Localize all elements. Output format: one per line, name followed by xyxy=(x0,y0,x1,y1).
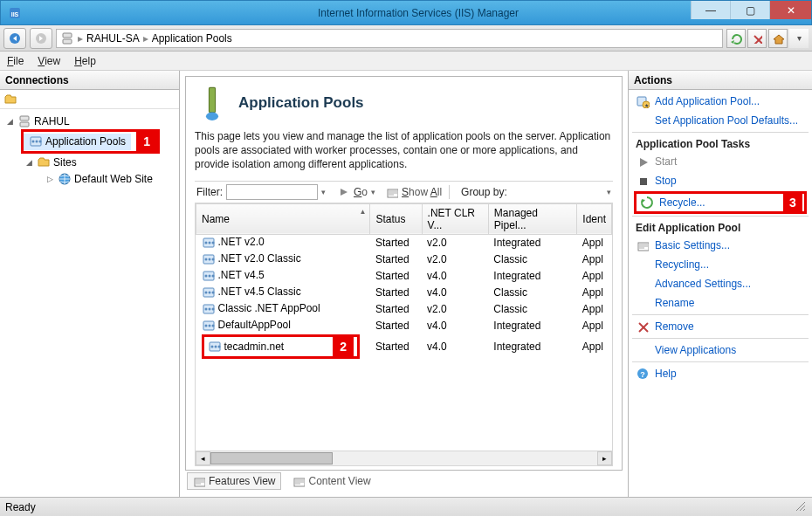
stop-nav-icon[interactable] xyxy=(747,29,767,48)
tree-server-node[interactable]: ◢ RAHUL xyxy=(2,113,177,129)
col-name[interactable]: Name▲ xyxy=(196,203,370,234)
breadcrumb-server[interactable]: RAHUL-SA xyxy=(86,32,140,45)
refresh-all-icon[interactable] xyxy=(726,29,746,48)
apppool-large-icon xyxy=(195,86,230,120)
menu-help[interactable]: Help xyxy=(74,55,96,67)
scroll-left-icon[interactable]: ◂ xyxy=(196,451,210,465)
menu-file[interactable]: File xyxy=(7,55,24,67)
row-clr: v2.0 xyxy=(422,234,488,251)
filter-label: Filter: xyxy=(196,186,223,198)
action-rename[interactable]: Rename xyxy=(632,293,809,313)
row-clr: v4.0 xyxy=(422,267,488,284)
go-link[interactable]: Go xyxy=(354,186,368,198)
action-view-applications[interactable]: View Applications xyxy=(632,341,809,360)
close-button[interactable]: ✕ xyxy=(769,1,811,19)
annotation-number-1: 1 xyxy=(136,132,157,151)
breadcrumb[interactable]: ▸ RAHUL-SA ▸ Application Pools xyxy=(56,29,723,48)
apppool-icon xyxy=(202,236,216,250)
row-name: DefaultAppPool xyxy=(218,319,291,331)
action-recycling[interactable]: Recycling... xyxy=(632,255,809,274)
main-pane: Application Pools This page lets you vie… xyxy=(180,71,629,497)
row-clr: v4.0 xyxy=(422,334,488,360)
col-identity[interactable]: Ident xyxy=(577,203,612,234)
col-status[interactable]: Status xyxy=(370,203,422,234)
row-clr: v4.0 xyxy=(422,284,488,300)
recycle-icon xyxy=(640,196,654,210)
minimize-button[interactable]: — xyxy=(691,1,730,19)
breadcrumb-node[interactable]: Application Pools xyxy=(152,32,232,45)
apppool-icon xyxy=(202,302,216,316)
content-view-tab[interactable]: Content View xyxy=(286,472,376,490)
showall-link[interactable]: Show All xyxy=(402,186,442,198)
tree-default-site[interactable]: ▷ Default Web Site xyxy=(21,170,177,187)
filter-input[interactable] xyxy=(226,184,318,200)
connect-icon[interactable] xyxy=(3,93,17,107)
showall-icon[interactable] xyxy=(386,186,398,198)
apppool-icon xyxy=(29,134,43,148)
action-start[interactable]: Start xyxy=(632,152,809,171)
row-status: Started xyxy=(370,317,422,334)
action-advanced-settings[interactable]: Advanced Settings... xyxy=(632,274,809,293)
view-tabs: Features View Content View xyxy=(185,471,623,492)
annotation-number-3: 3 xyxy=(783,194,802,211)
actions-header: Actions xyxy=(629,71,812,90)
filter-dropdown-icon[interactable]: ▾ xyxy=(321,188,326,196)
row-name: .NET v4.5 Classic xyxy=(218,286,301,298)
col-clr[interactable]: .NET CLR V... xyxy=(422,203,488,234)
groupby-label: Group by: xyxy=(461,186,507,198)
collapse-icon[interactable]: ◢ xyxy=(24,158,34,167)
page-title: Application Pools xyxy=(238,94,364,112)
server-icon xyxy=(17,114,31,128)
title-bar: Internet Information Services (IIS) Mana… xyxy=(0,0,812,25)
table-row[interactable]: DefaultAppPoolStartedv4.0IntegratedAppl xyxy=(196,317,612,334)
go-icon[interactable] xyxy=(338,186,350,198)
action-help[interactable]: Help xyxy=(632,364,809,383)
col-pipeline[interactable]: Managed Pipel... xyxy=(488,203,576,234)
tree-sites[interactable]: ◢ Sites xyxy=(21,154,177,170)
scroll-thumb[interactable] xyxy=(210,452,333,464)
action-stop[interactable]: Stop xyxy=(632,171,809,190)
row-clr: v2.0 xyxy=(422,251,488,267)
filter-overflow-icon[interactable]: ▾ xyxy=(607,188,611,196)
maximize-button[interactable]: ▢ xyxy=(730,1,769,19)
action-recycle[interactable]: Recycle... xyxy=(638,195,707,210)
row-clr: v2.0 xyxy=(422,300,488,317)
row-name: .NET v2.0 Classic xyxy=(218,252,301,265)
sort-asc-icon: ▲ xyxy=(359,208,366,216)
play-icon xyxy=(636,155,650,169)
back-button[interactable] xyxy=(3,28,26,49)
horizontal-scrollbar[interactable]: ◂ ▸ xyxy=(196,451,612,465)
row-clr: v4.0 xyxy=(422,317,488,334)
row-name: Classic .NET AppPool xyxy=(218,302,320,314)
table-row[interactable]: .NET v4.5Startedv4.0IntegratedAppl xyxy=(196,267,612,284)
table-row[interactable]: Classic .NET AppPoolStartedv2.0ClassicAp… xyxy=(196,300,612,317)
action-remove[interactable]: Remove xyxy=(632,317,809,336)
scroll-right-icon[interactable]: ▸ xyxy=(597,451,612,465)
row-pipeline: Integrated xyxy=(488,267,576,284)
help-icon xyxy=(636,367,650,381)
go-dropdown-icon[interactable]: ▾ xyxy=(371,188,375,196)
menu-view[interactable]: View xyxy=(38,55,60,67)
table-row[interactable]: .NET v2.0 ClassicStartedv2.0ClassicAppl xyxy=(196,251,612,267)
action-add-apppool[interactable]: Add Application Pool... xyxy=(632,92,809,111)
table-row[interactable]: tecadmin.net2Startedv4.0IntegratedAppl xyxy=(196,334,612,360)
table-row[interactable]: .NET v4.5 ClassicStartedv4.0ClassicAppl xyxy=(196,284,612,300)
features-view-tab[interactable]: Features View xyxy=(187,472,281,490)
tree-app-pools[interactable]: Application Pools xyxy=(24,134,131,150)
row-name: .NET v4.5 xyxy=(218,269,265,281)
action-basic-settings[interactable]: Basic Settings... xyxy=(632,236,809,255)
row-identity: Appl xyxy=(577,251,612,267)
apppool-icon xyxy=(202,252,216,266)
status-text: Ready xyxy=(5,501,36,513)
forward-button[interactable] xyxy=(30,28,52,49)
home-icon[interactable] xyxy=(768,29,788,48)
apppool-grid: Name▲ Status .NET CLR V... Managed Pipel… xyxy=(195,203,613,466)
action-set-defaults[interactable]: Set Application Pool Defaults... xyxy=(632,111,809,130)
nav-dropdown-icon[interactable]: ▾ xyxy=(789,29,809,48)
stop-icon xyxy=(636,174,650,188)
collapse-icon[interactable]: ◢ xyxy=(5,117,15,126)
tree-server-label: RAHUL xyxy=(34,115,70,127)
expand-icon[interactable]: ▷ xyxy=(45,175,55,183)
tree-default-site-label: Default Web Site xyxy=(74,173,153,185)
table-row[interactable]: .NET v2.0Startedv2.0IntegratedAppl xyxy=(196,234,612,251)
